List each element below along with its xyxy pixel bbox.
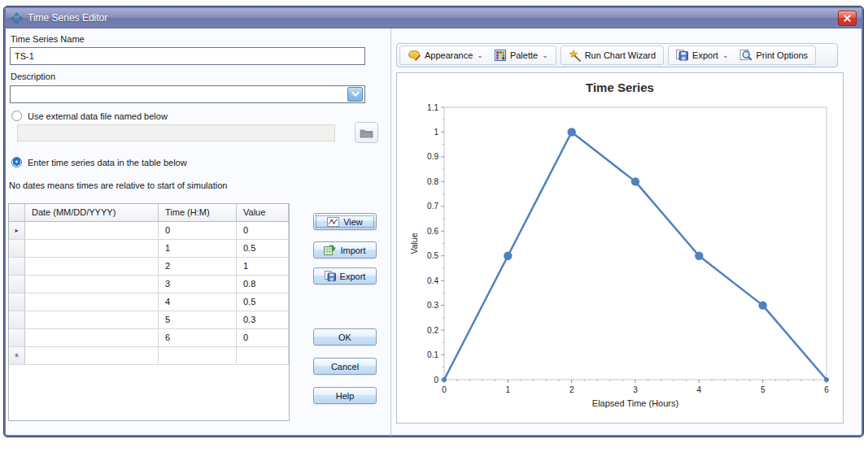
- table-row: 40.5: [9, 293, 289, 311]
- dialog-content: Time Series Name Description Use externa…: [6, 28, 861, 436]
- external-file-input: [17, 124, 335, 141]
- export-button[interactable]: Export: [313, 267, 377, 285]
- table-row: ▸00: [9, 222, 289, 240]
- appearance-button[interactable]: Appearance ⌄: [402, 47, 489, 63]
- svg-text:0.5: 0.5: [427, 251, 438, 260]
- radio-table-data[interactable]: [11, 157, 22, 167]
- cell-date[interactable]: [25, 347, 159, 365]
- time-series-table: Date (MM/DD/YYYY) Time (H:M) Value ▸0010…: [8, 203, 290, 421]
- time-series-plot[interactable]: 00.10.20.30.40.50.60.70.80.911.10123456E…: [397, 73, 843, 423]
- cell-date[interactable]: [25, 240, 159, 258]
- cell-value[interactable]: 0.5: [237, 293, 289, 311]
- cell-time[interactable]: 2: [159, 258, 237, 276]
- cell-value[interactable]: 0.8: [237, 276, 289, 293]
- cell-time[interactable]: 1: [159, 240, 237, 258]
- row-selector[interactable]: [9, 240, 25, 258]
- data-point-marker: [442, 377, 447, 382]
- import-button[interactable]: Import: [313, 241, 377, 259]
- svg-text:4: 4: [697, 385, 702, 394]
- data-point-marker: [631, 177, 639, 185]
- cell-value[interactable]: 0.5: [237, 240, 289, 258]
- cell-time[interactable]: 4: [159, 293, 237, 311]
- print-preview-magnifier-icon: [739, 50, 752, 62]
- cell-date[interactable]: [25, 293, 159, 311]
- radio-external-file-label: Use external data file named below: [28, 111, 168, 121]
- cell-value[interactable]: 1: [237, 258, 289, 276]
- cancel-button[interactable]: Cancel: [313, 358, 377, 375]
- svg-text:2: 2: [569, 385, 574, 394]
- svg-text:0: 0: [442, 385, 447, 394]
- cell-date[interactable]: [25, 329, 159, 347]
- column-header-time[interactable]: Time (H:M): [159, 204, 237, 222]
- row-selector[interactable]: ✳: [9, 347, 25, 365]
- cell-time[interactable]: 5: [159, 311, 237, 329]
- row-selector[interactable]: [9, 293, 25, 311]
- relative-times-note: No dates means times are relative to sta…: [9, 180, 227, 190]
- palette-button[interactable]: Palette ⌄: [489, 47, 554, 63]
- view-button[interactable]: View: [313, 213, 377, 230]
- print-options-button[interactable]: Print Options: [734, 47, 813, 63]
- wizard-wand-icon: [569, 50, 581, 62]
- browse-file-button[interactable]: [355, 122, 378, 143]
- x-axis-label: Elapsed Time (Hours): [592, 398, 678, 408]
- row-selector[interactable]: [9, 311, 25, 329]
- chart-panel: Time Series 00.10.20.30.40.50.60.70.80.9…: [396, 72, 844, 424]
- cell-date[interactable]: [25, 222, 159, 240]
- svg-text:1: 1: [434, 128, 438, 137]
- cell-time[interactable]: 3: [159, 276, 237, 293]
- cell-value[interactable]: 0: [237, 329, 289, 347]
- cell-date[interactable]: [25, 276, 159, 293]
- description-combo: [10, 85, 365, 103]
- help-button-label: Help: [336, 391, 355, 401]
- cell-time[interactable]: 0: [159, 222, 237, 240]
- table-row: 10.5: [9, 240, 289, 258]
- chart-export-button-label: Export: [692, 50, 718, 60]
- description-dropdown-button[interactable]: [347, 87, 363, 102]
- chart-export-button[interactable]: Export ⌄: [670, 47, 734, 63]
- cell-value[interactable]: [237, 347, 289, 365]
- appearance-palette-icon: [408, 50, 421, 61]
- window-icon: [11, 12, 23, 24]
- time-series-name-input[interactable]: [10, 47, 365, 65]
- svg-text:0.9: 0.9: [427, 152, 438, 161]
- table-new-row: ✳: [9, 347, 289, 365]
- chart-toolbar: Appearance ⌄: [396, 43, 838, 67]
- cell-date[interactable]: [25, 311, 159, 329]
- toolbar-group-appearance: Appearance ⌄: [399, 46, 556, 65]
- cell-value[interactable]: 0.3: [237, 311, 289, 329]
- run-chart-wizard-label: Run Chart Wizard: [585, 50, 656, 60]
- data-point-marker: [695, 252, 703, 260]
- row-selector[interactable]: [9, 329, 25, 347]
- toolbar-group-export: Export ⌄ Print Options: [668, 46, 816, 65]
- cell-value[interactable]: 0: [237, 222, 289, 240]
- column-header-value[interactable]: Value: [237, 204, 289, 222]
- ok-button-label: OK: [338, 332, 351, 342]
- radio-table-data-label: Enter time series data in the table belo…: [28, 158, 187, 167]
- close-icon: [844, 15, 851, 22]
- palette-button-label: Palette: [510, 50, 538, 60]
- cell-time[interactable]: 6: [159, 329, 237, 347]
- svg-text:6: 6: [824, 385, 829, 394]
- radio-external-file[interactable]: [11, 111, 22, 121]
- description-input[interactable]: [11, 89, 346, 99]
- svg-text:0: 0: [434, 376, 438, 385]
- svg-text:5: 5: [761, 385, 765, 394]
- run-chart-wizard-button[interactable]: Run Chart Wizard: [563, 47, 661, 63]
- import-button-label: Import: [340, 246, 365, 255]
- help-button[interactable]: Help: [313, 387, 377, 404]
- close-button[interactable]: [838, 11, 857, 26]
- table-row: 21: [9, 258, 289, 276]
- column-header-date[interactable]: Date (MM/DD/YYYY): [25, 204, 159, 222]
- svg-text:0.2: 0.2: [427, 326, 438, 335]
- panel-divider: [390, 28, 391, 436]
- cell-date[interactable]: [25, 258, 159, 276]
- cell-time[interactable]: [159, 347, 237, 365]
- toolbar-group-wizard: Run Chart Wizard: [560, 46, 664, 65]
- title-bar[interactable]: Time Series Editor: [6, 8, 861, 28]
- row-selector[interactable]: ▸: [9, 222, 25, 240]
- svg-text:1.1: 1.1: [427, 103, 438, 112]
- row-selector[interactable]: [9, 276, 25, 293]
- row-selector[interactable]: [9, 258, 25, 276]
- ok-button[interactable]: OK: [313, 328, 377, 346]
- view-button-label: View: [343, 217, 363, 227]
